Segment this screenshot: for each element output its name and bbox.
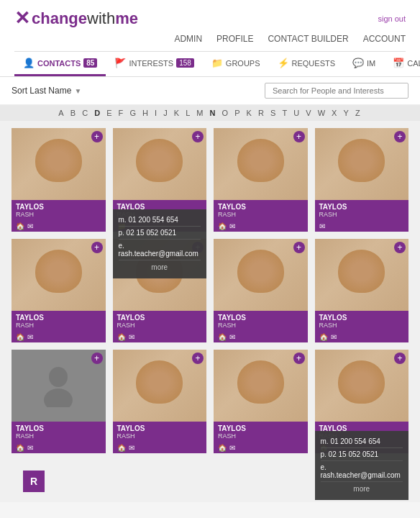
tab-calendar[interactable]: 📅 CALENDAR [384,52,420,76]
contact-card-9[interactable]: + TAYLOS RASH 🏠 ✉ [12,350,106,453]
home-icon-11[interactable]: 🏠 [218,444,227,452]
message-icon-11[interactable]: ✉ [229,444,235,452]
tab-interests-label: INTERESTS [129,59,173,68]
message-icon-3[interactable]: ✉ [229,222,235,230]
alpha-W[interactable]: W [318,109,327,117]
popup-more-btn-2[interactable]: more [119,260,201,274]
alpha-K[interactable]: K [174,109,181,117]
nav-contact-builder[interactable]: CONTACT BUILDER [268,34,348,44]
home-icon-7[interactable]: 🏠 [218,333,227,341]
alpha-J[interactable]: J [163,109,169,117]
message-icon-7[interactable]: ✉ [229,333,235,341]
alpha-T[interactable]: T [282,109,288,117]
alpha-H[interactable]: H [142,109,150,117]
contact-card-4[interactable]: + TAYLOS RASH ✉ [315,128,409,232]
alpha-Z[interactable]: Z [355,109,362,117]
alpha-X[interactable]: X [332,109,338,117]
contact-name-5: TAYLOS [16,314,101,322]
nav-account[interactable]: ACCOUNT [363,34,406,44]
alpha-M[interactable]: M [196,109,204,117]
alpha-F[interactable]: F [119,109,125,117]
add-contact-btn-3[interactable]: + [293,131,305,142]
popup-mobile-12: m. 01 200 554 654 [321,435,403,448]
alpha-A[interactable]: A [58,109,65,117]
message-icon-5[interactable]: ✉ [27,333,33,341]
alpha-D[interactable]: D [94,109,101,117]
alpha-P[interactable]: P [234,109,241,117]
tab-interests[interactable]: 🚩 INTERESTS 158 [106,52,202,76]
contact-sub-7: RASH [218,322,303,329]
contact-card-3[interactable]: + TAYLOS RASH 🏠 ✉ [214,128,308,232]
home-icon-8[interactable]: 🏠 [319,333,328,341]
contact-sub-4: RASH [319,211,405,218]
add-contact-btn-5[interactable]: + [91,242,103,253]
alpha-B[interactable]: B [70,109,77,117]
contact-name-4: TAYLOS [319,203,405,211]
add-contact-btn-4[interactable]: + [394,131,406,142]
contact-card-10[interactable]: + TAYLOS RASH 🏠 ✉ [113,350,207,453]
popup-mobile-2: m. 01 200 554 654 [119,214,201,227]
contact-card-1[interactable]: + TAYLOS RASH 🏠 ✉ [12,128,106,232]
tab-contacts[interactable]: 👤 CONTACTS 85 [14,52,106,76]
tab-groups[interactable]: 📁 GROUPS [203,52,269,76]
alpha-N[interactable]: N [210,109,217,117]
add-contact-btn-2[interactable]: + [192,131,204,142]
tab-im[interactable]: 💬 IM [344,52,384,76]
add-contact-btn-8[interactable]: + [394,242,406,253]
alpha-Q[interactable]: K [247,109,253,117]
search-input[interactable] [265,83,408,99]
add-contact-btn-10[interactable]: + [192,353,204,364]
contacts-icon: 👤 [23,58,35,68]
sort-control[interactable]: Sort Last Name ▼ [12,86,81,96]
alpha-U[interactable]: U [293,109,301,117]
contact-label-1: TAYLOS RASH [12,200,106,221]
popup-more-btn-12[interactable]: more [321,482,403,496]
svg-point-1 [44,388,73,407]
home-icon-3[interactable]: 🏠 [218,222,227,230]
contact-card-11[interactable]: + TAYLOS RASH 🏠 ✉ [214,350,308,453]
contact-sub-10: RASH [117,432,203,440]
alpha-S[interactable]: S [270,109,277,117]
alpha-C[interactable]: C [82,109,89,117]
message-icon-8[interactable]: ✉ [331,333,337,341]
alpha-I[interactable]: I [155,109,158,117]
message-icon-1[interactable]: ✉ [27,222,33,230]
nav-admin[interactable]: ADMIN [174,34,202,44]
add-contact-btn-9[interactable]: + [91,353,103,364]
alpha-O[interactable]: O [222,109,230,117]
message-icon-6[interactable]: ✉ [129,333,134,341]
contact-name-11: TAYLOS [218,424,303,432]
add-contact-btn-7[interactable]: + [293,242,305,253]
contact-footer-5: 🏠 ✉ [12,332,106,342]
contact-sub-5: RASH [16,322,101,329]
alpha-R[interactable]: R [258,109,265,117]
home-icon-9[interactable]: 🏠 [16,444,24,452]
alpha-E[interactable]: E [106,109,113,117]
contact-name-6: TAYLOS [117,314,203,322]
silhouette-icon [40,364,76,407]
sign-out-link[interactable]: sign out [378,14,406,23]
add-contact-btn-12[interactable]: + [394,353,406,364]
alpha-V[interactable]: V [306,109,312,117]
home-icon-5[interactable]: 🏠 [16,333,24,341]
nav-profile[interactable]: PROFILE [216,34,253,44]
contact-card-5[interactable]: + TAYLOS RASH 🏠 ✉ [12,239,106,342]
tab-requests[interactable]: ⚡ REQUESTS [269,52,344,76]
contact-card-7[interactable]: + TAYLOS RASH 🏠 ✉ [214,239,308,342]
alpha-G[interactable]: G [129,109,137,117]
home-icon-6[interactable]: 🏠 [117,333,126,341]
toolbar: Sort Last Name ▼ [0,77,420,105]
home-icon-10[interactable]: 🏠 [117,444,126,452]
contact-card-8[interactable]: + TAYLOS RASH 🏠 ✉ [315,239,409,342]
message-icon-9[interactable]: ✉ [27,444,33,452]
contact-card-2[interactable]: + TAYLOS RASH 📁 m. 01 200 554 654 p. 02 … [113,128,207,232]
home-icon-1[interactable]: 🏠 [16,222,24,230]
alpha-L[interactable]: L [186,109,191,117]
add-contact-btn-11[interactable]: + [293,353,305,364]
message-icon-10[interactable]: ✉ [129,444,134,452]
add-contact-btn-1[interactable]: + [91,131,103,142]
alpha-Y[interactable]: Y [344,109,350,117]
contact-card-12[interactable]: + TAYLOS RASH 🏠 m. 01 200 554 654 p. 02 … [315,350,409,453]
message-icon-4[interactable]: ✉ [319,222,325,230]
contact-action-icons-1: 🏠 ✉ [16,222,33,230]
